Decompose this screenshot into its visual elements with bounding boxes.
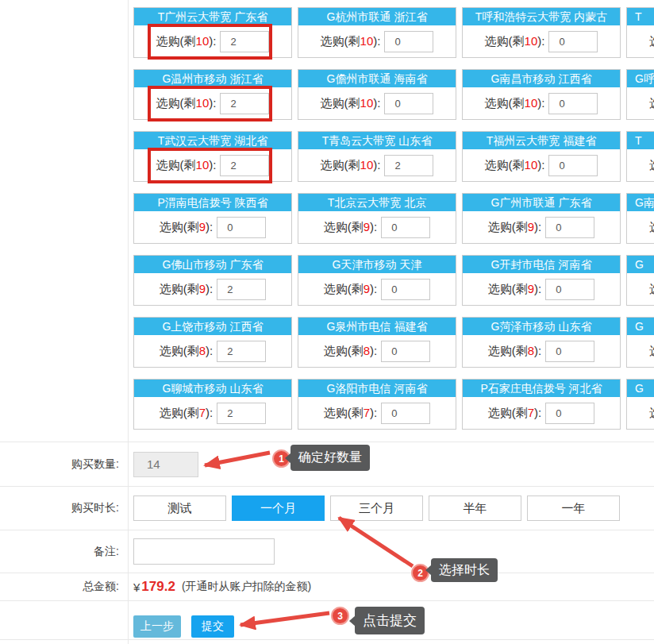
pick-label: 选购(剩9): xyxy=(488,282,542,297)
product-card-title: T xyxy=(627,8,654,25)
product-card-title: G南昌市移动 江西省 xyxy=(463,70,620,87)
pick-label: 选购(剩7): xyxy=(324,406,378,421)
pick-quantity-input[interactable] xyxy=(545,217,594,238)
product-card: T武汉云大带宽 湖北省 选购(剩10): xyxy=(133,131,292,182)
remark-label: 备注: xyxy=(0,545,128,559)
product-card: G天津市移动 天津 选购(剩9): xyxy=(298,255,456,306)
pick-label: 选购(剩9): xyxy=(324,220,378,235)
submit-button[interactable]: 提交 xyxy=(191,615,234,638)
pick-label: 选购(剩10): xyxy=(156,158,217,173)
pick-quantity-input[interactable] xyxy=(381,217,430,238)
pick-quantity-input[interactable] xyxy=(381,341,430,362)
pick-label: 选购(剩10): xyxy=(321,158,381,173)
quantity-label: 购买数量: xyxy=(0,457,128,472)
product-card-title: G聊城市移动 山东省 xyxy=(134,380,291,397)
product-card: G洛阳市电信 河南省 选购(剩7): xyxy=(298,379,456,430)
product-card-title: T北京云大带宽 北京 xyxy=(298,194,456,211)
remaining-count: 8 xyxy=(528,344,534,357)
pick-quantity-input[interactable] xyxy=(548,155,598,176)
pick-quantity-input[interactable] xyxy=(217,279,266,300)
remaining-count: 9 xyxy=(364,220,370,233)
pick-quantity-input[interactable] xyxy=(220,31,269,52)
product-card-title: G开封市电信 河南省 xyxy=(463,256,620,273)
pick-quantity-input[interactable] xyxy=(217,217,266,238)
product-card: G儋州市联通 海南省 选购(剩10): xyxy=(298,69,456,120)
product-card-title: G菏泽市移动 山东省 xyxy=(463,318,620,335)
pick-quantity-input[interactable] xyxy=(545,403,594,424)
pick-label: 选购(剩10): xyxy=(485,34,545,49)
product-card-title: G儋州市联通 海南省 xyxy=(298,70,456,87)
remaining-count: 9 xyxy=(364,282,370,295)
currency-symbol: ¥ xyxy=(133,580,140,594)
pick-label: 选购(剩7): xyxy=(160,406,214,421)
product-card: G 选购(剩7): xyxy=(626,379,654,430)
remaining-count: 9 xyxy=(528,220,534,233)
product-card-title: G杭州市联通 浙江省 xyxy=(298,8,456,25)
remark-input[interactable] xyxy=(133,538,275,565)
product-card: G温州市移动 浙江省 选购(剩10): xyxy=(133,69,292,120)
remaining-count: 10 xyxy=(360,158,374,172)
product-card: G上饶市移动 江西省 选购(剩8): xyxy=(133,317,292,368)
pick-label: 选购(剩10): xyxy=(321,96,381,111)
pick-quantity-input[interactable] xyxy=(220,155,269,176)
pick-label: 选购(剩9): xyxy=(324,282,378,297)
product-card-title: G xyxy=(627,318,654,335)
product-card: T呼和浩特云大带宽 内蒙古 选购(剩10): xyxy=(462,7,621,58)
remaining-count: 9 xyxy=(199,282,206,295)
remark-row: 备注: xyxy=(0,530,654,573)
product-card-title: P石家庄电信拨号 河北省 xyxy=(463,380,620,397)
pick-label: 选购(剩10): xyxy=(485,158,545,173)
product-card-title: T广州云大带宽 广东省 xyxy=(134,8,291,25)
product-card: G广州市联通 广东省 选购(剩9): xyxy=(462,193,621,244)
product-card: T广州云大带宽 广东省 选购(剩10): xyxy=(133,7,292,58)
pick-quantity-input[interactable] xyxy=(545,279,594,300)
duration-option[interactable]: 半年 xyxy=(429,496,521,521)
pick-label: 选购(剩9): xyxy=(160,220,214,235)
remaining-count: 10 xyxy=(525,158,538,172)
product-card-title: G xyxy=(627,380,654,397)
product-card-title: G呼 xyxy=(627,70,654,87)
product-card-title: T福州云大带宽 福建省 xyxy=(463,132,620,149)
product-card: P石家庄电信拨号 河北省 选购(剩7): xyxy=(462,379,621,430)
duration-option[interactable]: 一个月 xyxy=(232,496,325,521)
product-card: T青岛云大带宽 山东省 选购(剩10): xyxy=(298,131,456,182)
pick-quantity-input[interactable] xyxy=(384,93,433,114)
prev-step-button[interactable]: 上一步 xyxy=(133,615,181,638)
pick-label: 选购(剩7): xyxy=(649,406,654,421)
product-card: G南 选购(剩9): xyxy=(626,193,654,244)
product-card: G南昌市移动 江西省 选购(剩10): xyxy=(462,69,621,120)
pick-quantity-input[interactable] xyxy=(545,341,594,362)
duration-option[interactable]: 三个月 xyxy=(330,496,423,521)
remaining-count: 10 xyxy=(196,158,210,172)
pick-quantity-input[interactable] xyxy=(381,279,430,300)
duration-label: 购买时长: xyxy=(0,501,128,515)
pick-quantity-input[interactable] xyxy=(217,341,266,362)
product-card-title: G天津市移动 天津 xyxy=(298,256,456,273)
product-card-title: G泉州市电信 福建省 xyxy=(298,318,456,335)
pick-quantity-input[interactable] xyxy=(217,403,266,424)
product-card-title: G温州市移动 浙江省 xyxy=(134,70,291,87)
remaining-count: 8 xyxy=(364,344,370,357)
pick-quantity-input[interactable] xyxy=(548,31,598,52)
pick-quantity-input[interactable] xyxy=(384,31,433,52)
quantity-input[interactable] xyxy=(133,452,198,477)
remaining-count: 7 xyxy=(528,406,534,419)
pick-label: 选购(剩8): xyxy=(649,344,654,359)
duration-option[interactable]: 测试 xyxy=(133,496,226,521)
product-card: P渭南电信拨号 陕西省 选购(剩9): xyxy=(133,193,292,244)
pick-label: 选购(剩9): xyxy=(160,282,214,297)
pick-quantity-input[interactable] xyxy=(548,93,598,114)
remaining-count: 10 xyxy=(360,96,374,110)
duration-option[interactable]: 一年 xyxy=(527,496,620,521)
product-card: G开封市电信 河南省 选购(剩9): xyxy=(462,255,621,306)
product-card-title: G洛阳市电信 河南省 xyxy=(298,380,456,397)
product-card: T 选购(剩10): xyxy=(626,131,654,182)
pick-quantity-input[interactable] xyxy=(381,403,430,424)
duration-row: 购买时长: 测试一个月三个月半年一年 xyxy=(0,486,654,530)
pick-label: 选购(剩10): xyxy=(649,34,654,49)
total-amount: 179.2 xyxy=(141,579,175,595)
pick-quantity-input[interactable] xyxy=(384,155,433,176)
pick-quantity-input[interactable] xyxy=(220,93,269,114)
pick-label: 选购(剩9): xyxy=(649,282,654,297)
pick-label: 选购(剩10): xyxy=(156,34,217,49)
